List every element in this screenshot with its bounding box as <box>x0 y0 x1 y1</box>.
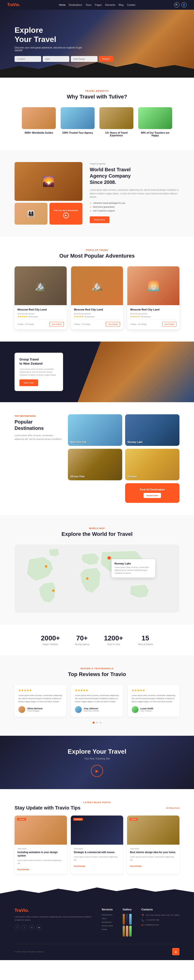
blog-link-2[interactable]: Read Details <box>74 865 85 867</box>
map-pin-africa[interactable] <box>86 578 89 580</box>
popular-dest-inner: Top Destinations Popular Destinations Lo… <box>14 414 180 503</box>
hero-title: Explore Your Travel <box>14 25 113 44</box>
footer-service-4[interactable]: Group Travel <box>102 925 113 927</box>
stats-grid: 2000+ Happy Travelers 70+ Touring Agency… <box>14 634 180 646</box>
feature-title-2: 100% Trusted Tour Agency <box>60 132 95 134</box>
see-all-posts-link[interactable]: All Blog Posts <box>166 807 180 809</box>
destination-play-icon[interactable]: ▶ <box>63 213 69 218</box>
dot-3[interactable] <box>99 722 101 724</box>
world-best-title: World Best Travel Agency Company Since 2… <box>90 166 180 185</box>
review-text-1: Lorem ipsum dolor sit amet, consectetur … <box>18 694 62 703</box>
dot-2[interactable] <box>96 722 98 724</box>
blog-link-3[interactable]: Read Details <box>130 865 142 867</box>
stats-section: 2000+ Happy Travelers 70+ Touring Agency… <box>0 625 194 655</box>
youtube-icon[interactable]: ▶ <box>37 925 42 930</box>
feature-card-3: 13+ Hours of Travel Experience <box>99 107 134 138</box>
map-pin-norway[interactable] <box>107 556 111 560</box>
map-title: Explore the World for Travel <box>14 531 180 537</box>
stat-travelers-number: 2000+ <box>41 634 60 642</box>
map-tag: World Map <box>14 527 180 530</box>
hero-search-bar: Explore <box>14 56 113 62</box>
blog-excerpt-3: Lorem ipsum dolor sit amet, consectetur … <box>130 856 177 861</box>
features-grid: 3000+ Worldwide Guides 100% Trusted Tour… <box>14 107 180 138</box>
blog-card-1: Lifestyle June 2024 Including animation … <box>14 816 67 874</box>
reviews-section: Review & Testimonials Top Reviews for Tr… <box>0 655 194 736</box>
popup-desc: Lorem ipsum dolor sit amet, consectetur … <box>114 566 152 575</box>
dest-card-vietnam[interactable]: Vietnam <box>125 449 180 480</box>
reviews-title: Top Reviews for Travio <box>14 671 180 678</box>
secondary-travel-image: 👨‍👩‍👧‍👦 <box>14 203 48 224</box>
search-type-input[interactable] <box>43 56 69 62</box>
adventure-card-3: 🌅 Moscow Red City Land $170.00 per perso… <box>127 266 180 329</box>
user-icon[interactable]: 👤 <box>181 2 187 8</box>
adventure-info-3: 3 Days · 10 People <box>130 323 147 325</box>
play-button[interactable]: ▶ <box>91 765 103 777</box>
search-date-input[interactable] <box>71 56 97 62</box>
explore-cta-section: Explore Your Travel Your New Traveling S… <box>0 736 194 789</box>
gallery-item-1[interactable] <box>123 914 125 925</box>
navbar: TraVio. Home Destinations Tours Pages El… <box>0 0 194 10</box>
nav-icons: 🔍 👤 <box>174 2 187 8</box>
explore-map-section: World Map Explore the World for Travel <box>0 515 194 625</box>
contact-address: 📍 123 Travel Street, New York, NY 10001 <box>142 914 180 917</box>
see-details-button-1[interactable]: See Details <box>49 322 64 326</box>
footer-service-1[interactable]: Destinations <box>102 914 113 916</box>
footer-grid: TraVio. Lorem ipsum dolor sit amet, cons… <box>14 908 180 937</box>
nav-elements[interactable]: Elements <box>105 4 115 6</box>
adventure-title-3: Moscow Red City Land <box>130 308 177 311</box>
nav-home[interactable]: Home <box>59 4 65 6</box>
footer-service-3[interactable]: Adventures <box>102 921 113 923</box>
gallery-item-5[interactable] <box>126 926 128 937</box>
search-location-input[interactable] <box>14 56 41 62</box>
adventures-section: Popular Tours Our Most Popular Adventure… <box>0 237 194 342</box>
gallery-item-3[interactable] <box>129 914 132 925</box>
popular-destinations-section: Top Destinations Popular Destinations Lo… <box>0 402 194 515</box>
main-travel-image: 🌄 <box>14 162 83 201</box>
footer-service-5[interactable]: Hotels <box>102 928 113 931</box>
scroll-top-button[interactable]: ▲ <box>172 948 180 955</box>
see-details-button-3[interactable]: See Details <box>162 322 177 326</box>
nav-blog[interactable]: Blog <box>119 4 123 6</box>
footer-service-2[interactable]: Tours <box>102 917 113 920</box>
blog-header: Stay Update with Travio Tips All Blog Po… <box>14 805 180 811</box>
dot-1[interactable] <box>93 722 95 724</box>
search-button[interactable]: Explore <box>99 56 113 62</box>
blog-tag-1: Lifestyle <box>17 818 26 821</box>
adventure-body-2: Moscow Red City Land $170.00 per person … <box>71 305 123 329</box>
search-icon[interactable]: 🔍 <box>174 2 180 8</box>
see-details-button-2[interactable]: See Details <box>106 322 120 326</box>
adventure-price-1: $170.00 per person <box>17 312 64 315</box>
dest-card-africa[interactable]: African Park <box>68 449 122 480</box>
stat-years: 15 Years & Experts <box>137 634 153 646</box>
reviewer-name-2: Amy Johnson <box>84 707 99 710</box>
nav-contact[interactable]: Contact <box>127 4 135 6</box>
find-all-button[interactable]: Explore Now <box>143 493 161 498</box>
nav-pages[interactable]: Pages <box>95 4 102 6</box>
footer-gallery-grid <box>123 914 132 937</box>
facebook-icon[interactable]: f <box>14 925 20 930</box>
map-pin-usa[interactable] <box>45 565 47 568</box>
hero-subtitle: Discover your next great adventure, beco… <box>14 46 83 52</box>
group-travel-card: Group Travel to New Zealand Lorem ipsum … <box>14 353 63 391</box>
nav-tours[interactable]: Tours <box>86 4 91 6</box>
map-pin-brazil[interactable] <box>52 589 54 592</box>
instagram-icon[interactable]: in <box>29 925 35 930</box>
feature-title-4: 98% of Our Travelers are Happy <box>138 132 172 137</box>
find-all-destinations-card[interactable]: Find All Destination Explore Now <box>125 483 180 503</box>
dest-card-norway[interactable]: Norway Lake <box>125 414 180 446</box>
dest-card-newyork[interactable]: New York City <box>68 414 122 446</box>
gallery-item-6[interactable] <box>129 926 132 937</box>
gallery-item-4[interactable] <box>123 926 125 937</box>
blog-link-1[interactable]: Read Details <box>17 869 29 870</box>
gallery-item-2[interactable] <box>126 914 128 925</box>
group-travel-title: Group Travel to New Zealand <box>19 358 58 366</box>
review-count-1: 20 Reviews <box>28 316 38 318</box>
why-travel-title: Why Travel with Tutive? <box>14 94 180 100</box>
twitter-icon[interactable]: t <box>22 925 27 930</box>
book-now-button[interactable]: Book Now <box>19 379 38 386</box>
read-more-button[interactable]: Read More <box>90 216 110 223</box>
email-icon: ✉ <box>142 924 143 926</box>
nav-destinations[interactable]: Destinations <box>69 4 82 6</box>
blog-image-1: Lifestyle <box>14 816 67 845</box>
adventure-footer-3: 3 Days · 10 People See Details <box>130 322 177 326</box>
